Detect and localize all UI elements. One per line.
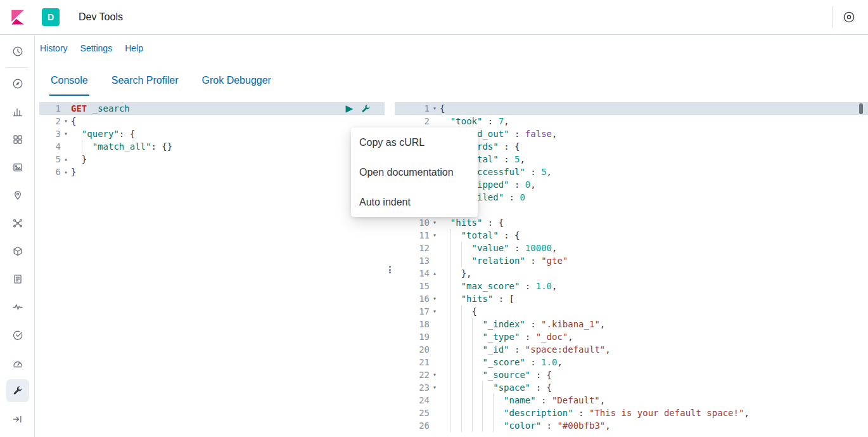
- sidebar-item-recently-viewed[interactable]: [0, 37, 35, 65]
- sidebar-item-monitoring[interactable]: [0, 349, 35, 377]
- line-number: 17: [395, 305, 430, 318]
- help-link[interactable]: Help: [125, 43, 143, 53]
- sidebar-item-maps[interactable]: [0, 181, 35, 209]
- code-text: "match_all": {}: [71, 140, 172, 153]
- drag-handle-icon: [389, 264, 391, 274]
- code-line-13[interactable]: 13"relation" : "gte": [395, 254, 868, 267]
- request-actions: ▶: [345, 102, 371, 115]
- app-sidebar: [0, 36, 35, 437]
- sidebar-item-dashboard[interactable]: [0, 126, 35, 153]
- settings-link[interactable]: Settings: [80, 43, 113, 53]
- sidebar-item-machine-learning[interactable]: [0, 209, 35, 237]
- code-line-5[interactable]: 5▴}: [39, 153, 385, 166]
- code-line-4[interactable]: 4"match_all": {}: [39, 140, 385, 153]
- tab-console[interactable]: Console: [49, 75, 89, 96]
- response-scrollbar-thumb[interactable]: [859, 103, 863, 114]
- code-line-2[interactable]: 2"took" : 7,: [395, 115, 868, 127]
- kibana-logo-button[interactable]: [0, 9, 35, 25]
- bar-chart-icon: [6, 100, 29, 123]
- code-line-24[interactable]: 24"name" : "Default",: [395, 394, 868, 407]
- code-text: GET _search: [71, 102, 130, 115]
- menu-item-open-documentation[interactable]: Open documentation: [351, 157, 478, 187]
- line-number: 1: [395, 102, 430, 115]
- fold-open-icon[interactable]: ▾: [430, 229, 440, 242]
- page-title: Dev Tools: [79, 11, 123, 23]
- fold-open-icon[interactable]: ▾: [430, 305, 440, 318]
- fold-close-icon[interactable]: ▴: [430, 267, 440, 280]
- line-number: 14: [395, 267, 430, 280]
- sidebar-item-visualize[interactable]: [0, 98, 35, 126]
- code-line-22[interactable]: 22▾"_source" : {: [395, 369, 868, 381]
- fold-open-icon[interactable]: ▾: [430, 102, 440, 115]
- code-line-10[interactable]: 10▾"hits" : {: [395, 216, 868, 229]
- code-line-18[interactable]: 18"_index" : ".kibana_1",: [395, 318, 868, 330]
- code-line-11[interactable]: 11▾"total" : {: [395, 229, 868, 242]
- dev-tools-page: D Dev Tools: [0, 0, 868, 437]
- code-line-20[interactable]: 20"_id" : "space:default",: [395, 343, 868, 356]
- fold-open-icon[interactable]: ▾: [430, 369, 440, 381]
- code-line-3[interactable]: 3▾"query": {: [39, 127, 385, 140]
- code-line-14[interactable]: 14▴},: [395, 267, 868, 280]
- code-line-12[interactable]: 12"value" : 10000,: [395, 242, 868, 254]
- sidebar-item-uptime[interactable]: [0, 321, 35, 349]
- help-button[interactable]: [843, 11, 855, 23]
- code-text: }: [71, 153, 87, 166]
- code-line-26[interactable]: 26"color" : "#00bfb3",: [395, 419, 868, 432]
- code-line-2[interactable]: 2▾{: [39, 115, 385, 127]
- fold-spacer: [430, 280, 440, 292]
- request-options-button[interactable]: [361, 103, 371, 114]
- fold-open-icon[interactable]: ▾: [430, 216, 440, 229]
- code-line-15[interactable]: 15"max_score" : 1.0,: [395, 280, 868, 292]
- fold-open-icon[interactable]: ▾: [430, 292, 440, 305]
- menu-item-copy-as-curl[interactable]: Copy as cURL: [351, 127, 478, 157]
- code-line-16[interactable]: 16▾"hits" : [: [395, 292, 868, 305]
- fold-open-icon[interactable]: ▾: [430, 381, 440, 394]
- code-line-19[interactable]: 19"_type" : "_doc",: [395, 330, 868, 343]
- space-avatar: D: [42, 8, 60, 26]
- code-line-1[interactable]: 1▾{: [395, 102, 868, 115]
- code-line-21[interactable]: 21"_score" : 1.0,: [395, 356, 868, 369]
- sidebar-collapse-button[interactable]: [0, 405, 35, 433]
- sidebar-item-logs[interactable]: [0, 265, 35, 293]
- code-text: "_id" : "space:default",: [440, 343, 611, 356]
- code-text: {: [440, 305, 477, 318]
- fold-spacer: [430, 394, 440, 407]
- send-request-button[interactable]: ▶: [345, 104, 353, 114]
- code-line-25[interactable]: 25"description" : "This is your default …: [395, 407, 868, 419]
- sidebar-item-canvas[interactable]: [0, 153, 35, 181]
- fold-close-icon[interactable]: ▴: [61, 153, 71, 166]
- request-editor[interactable]: 1GET _search2▾{3▾"query": {4"match_all":…: [39, 102, 385, 437]
- canvas-icon: [6, 156, 29, 179]
- code-text: "hits" : {: [440, 216, 504, 229]
- wrench-small-icon: [361, 103, 371, 114]
- fold-close-icon[interactable]: ▴: [61, 166, 71, 178]
- line-number: 4: [39, 140, 61, 153]
- code-line-17[interactable]: 17▾{: [395, 305, 868, 318]
- sidebar-item-discover[interactable]: [0, 70, 35, 98]
- tab-grok-debugger[interactable]: Grok Debugger: [201, 75, 272, 96]
- fold-spacer: [61, 102, 71, 115]
- history-link[interactable]: History: [40, 43, 68, 53]
- fold-open-icon[interactable]: ▾: [61, 115, 71, 127]
- code-text: "_score" : 1.0,: [440, 356, 563, 369]
- tab-search-profiler[interactable]: Search Profiler: [110, 75, 180, 96]
- gauge-icon: [6, 351, 29, 374]
- uptime-check-icon: [6, 323, 29, 346]
- line-number: 2: [395, 115, 430, 127]
- fold-spacer: [430, 356, 440, 369]
- code-line-23[interactable]: 23▾"space" : {: [395, 381, 868, 394]
- code-text: "_type" : "_doc",: [440, 330, 573, 343]
- ml-nodes-icon: [6, 212, 29, 235]
- sidebar-item-apm[interactable]: [0, 293, 35, 321]
- code-text: "name" : "Default",: [440, 394, 605, 407]
- menu-item-auto-indent[interactable]: Auto indent: [351, 187, 478, 217]
- fold-open-icon[interactable]: ▾: [61, 127, 71, 140]
- code-text: "relation" : "gte": [440, 254, 568, 267]
- sidebar-item-infrastructure[interactable]: [0, 237, 35, 265]
- line-number: 11: [395, 229, 430, 242]
- code-text: "space" : {: [440, 381, 552, 394]
- request-options-menu: Copy as cURL Open documentation Auto ind…: [351, 127, 478, 217]
- code-line-6[interactable]: 6▴}: [39, 166, 385, 178]
- code-line-1[interactable]: 1GET _search: [39, 102, 385, 115]
- sidebar-item-dev-tools[interactable]: [0, 377, 35, 405]
